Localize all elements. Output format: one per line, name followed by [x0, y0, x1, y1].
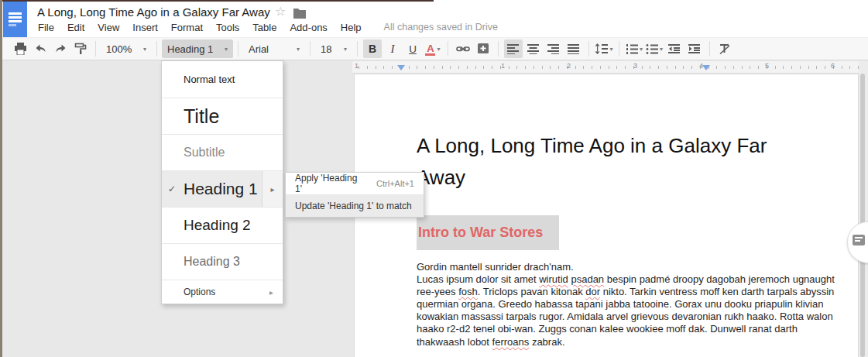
toolbar-separator	[95, 41, 96, 57]
text-color-letter: A	[427, 44, 434, 53]
ruler-tick	[691, 66, 692, 69]
text-color-icon: A	[425, 43, 435, 56]
folder-icon[interactable]	[293, 9, 306, 19]
insert-link-button[interactable]	[454, 39, 472, 58]
bold-button[interactable]: B	[363, 39, 382, 58]
styles-menu-item-label: Normal text	[184, 74, 235, 85]
body-line: haako r2-d2 tenel obi-wan. Zuggs conan k…	[417, 323, 835, 335]
header: A Long, Long Time Ago in a Galaxy Far Aw…	[0, 0, 868, 37]
styles-menu-item-h3[interactable]: Heading 3	[162, 243, 283, 280]
ruler-tick	[842, 66, 842, 69]
justify-icon	[568, 43, 580, 54]
font-select[interactable]: Arial ▾	[243, 39, 305, 58]
ruler-tick	[417, 66, 417, 69]
numbered-list-button[interactable]: ▾	[625, 39, 643, 58]
italic-button[interactable]: I	[383, 39, 402, 58]
menu-insert[interactable]: Insert	[132, 22, 158, 33]
decrease-indent-button[interactable]	[665, 39, 684, 58]
comment-bubble-icon	[853, 235, 865, 245]
redo-button[interactable]	[51, 39, 70, 58]
submenu-item[interactable]: Apply 'Heading 1'Ctrl+Alt+1	[286, 173, 424, 194]
menu-edit[interactable]: Edit	[67, 22, 84, 33]
toolbar-separator	[448, 41, 448, 57]
indent-marker[interactable]	[702, 65, 710, 70]
logo-bar	[9, 12, 22, 15]
zoom-select[interactable]: 100% ▾	[101, 39, 152, 58]
styles-select[interactable]: Heading 1 ▾	[162, 39, 233, 58]
align-right-icon	[547, 43, 560, 54]
styles-menu-item-h2[interactable]: Heading 2	[162, 207, 283, 243]
clear-formatting-button[interactable]	[715, 39, 734, 58]
undo-icon	[34, 43, 47, 55]
ruler[interactable]: 11234567	[352, 61, 868, 74]
undo-button[interactable]	[31, 39, 50, 58]
submenu-arrow-button[interactable]: ▸	[262, 171, 283, 207]
toolbar-separator	[156, 41, 157, 57]
document-page[interactable]: A Long, Long Time Ago in a Galaxy FarAwa…	[354, 74, 859, 357]
doc-body-paragraph[interactable]: Gordin mantell sunrider drach'nam.Lucas …	[417, 261, 835, 348]
submenu-item-shortcut: Ctrl+Alt+1	[376, 179, 414, 188]
menu-table[interactable]: Table	[252, 22, 276, 33]
doc-heading-highlight[interactable]: Intro to War Stores	[417, 215, 559, 250]
styles-menu-item-options[interactable]: Options▸	[162, 280, 283, 304]
menu-file[interactable]: File	[38, 22, 54, 33]
ruler-tick	[675, 66, 676, 69]
ruler-tick	[683, 66, 684, 69]
misspelled-word[interactable]: ferroans	[492, 336, 530, 348]
submenu-item[interactable]: Update 'Heading 1' to match	[286, 194, 424, 217]
menu-add-ons[interactable]: Add-ons	[290, 22, 327, 33]
ruler-tick	[550, 66, 551, 69]
menu-tools[interactable]: Tools	[216, 22, 239, 33]
logo-bar	[9, 20, 22, 22]
window-edge-left	[0, 0, 2, 357]
chevron-down-icon: ▾	[225, 46, 228, 53]
ruler-tick	[558, 66, 559, 69]
menu-view[interactable]: View	[98, 22, 119, 33]
text-color-button[interactable]: A ▾	[424, 39, 442, 58]
styles-menu-item-title[interactable]: Title	[162, 98, 283, 134]
misspelled-word[interactable]: fosh	[458, 286, 478, 297]
styles-value: Heading 1	[167, 43, 213, 55]
paint-format-button[interactable]	[71, 39, 90, 58]
docs-logo-icon[interactable]	[3, 2, 27, 37]
ruler-tick	[383, 66, 384, 69]
justify-button[interactable]	[564, 39, 583, 58]
menu-format[interactable]: Format	[171, 22, 203, 33]
misspelled-word[interactable]: psadan	[571, 273, 604, 285]
save-status[interactable]: All changes saved in Drive	[384, 22, 498, 33]
align-right-button[interactable]	[544, 39, 563, 58]
styles-menu-item-label: Heading 2	[184, 217, 251, 234]
ruler-tick	[616, 66, 617, 69]
menu-help[interactable]: Help	[341, 22, 362, 33]
increase-indent-button[interactable]	[685, 39, 704, 58]
doc-body-title[interactable]: A Long, Long Time Ago in a Galaxy FarAwa…	[417, 130, 767, 194]
ruler-tick	[425, 66, 426, 69]
misspelled-word[interactable]: wirutid	[539, 273, 568, 285]
print-button[interactable]	[11, 39, 29, 58]
bulleted-list-button[interactable]: ▾	[645, 39, 664, 58]
misspelled-word[interactable]: dor	[585, 286, 600, 297]
ruler-tick	[667, 66, 667, 69]
insert-comment-button[interactable]	[474, 39, 492, 58]
ruler-tick	[800, 66, 801, 69]
ruler-tick	[816, 66, 817, 69]
submenu-item-label: Update 'Heading 1' to match	[295, 201, 412, 211]
document-title[interactable]: A Long, Long Time Ago in a Galaxy Far Aw…	[37, 5, 270, 19]
styles-menu-item-normal[interactable]: Normal text	[162, 61, 283, 98]
chevron-down-icon: ▾	[344, 46, 347, 53]
star-icon[interactable]: ☆	[275, 5, 286, 18]
vertical-scrollbar[interactable]	[860, 74, 865, 357]
align-center-button[interactable]	[524, 39, 543, 58]
font-size-select[interactable]: 18 ▾	[315, 39, 352, 58]
indent-marker[interactable]	[397, 65, 405, 70]
underline-button[interactable]: U	[403, 39, 422, 58]
align-left-button[interactable]	[504, 39, 523, 58]
line-spacing-button[interactable]: ▾	[595, 39, 613, 58]
doc-heading-text[interactable]: Intro to War Stores	[417, 225, 543, 241]
ruler-number: 1	[501, 62, 505, 70]
styles-menu-item-h1[interactable]: ✓Heading 1▸	[162, 170, 283, 207]
submenu-item-label: Apply 'Heading 1'	[295, 173, 365, 194]
styles-menu-item-subtitle[interactable]: Subtitle	[162, 134, 283, 170]
toolbar-separator	[588, 41, 589, 57]
styles-dropdown-menu: Normal textTitleSubtitle✓Heading 1▸Headi…	[161, 60, 283, 304]
